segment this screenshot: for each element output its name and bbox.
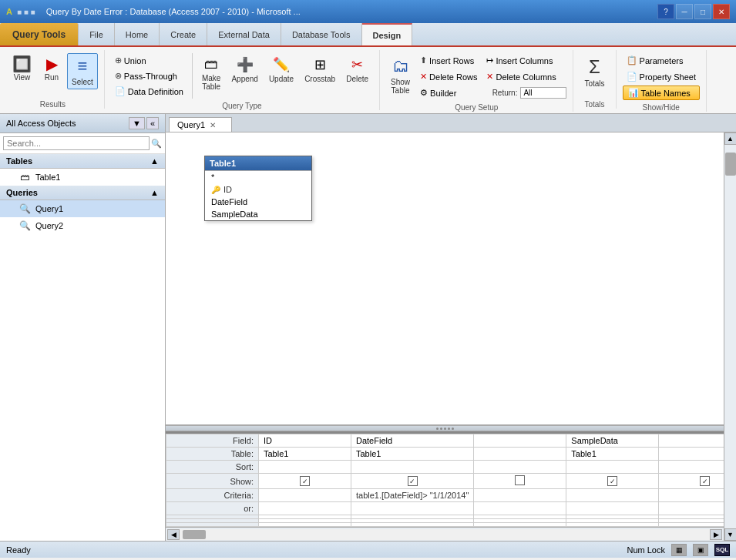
search-input[interactable]	[3, 136, 150, 150]
or-cell-1[interactable]	[259, 502, 351, 515]
show-hide-content: 📋 Parameters 📄 Property Sheet 📊 Table Na…	[623, 50, 700, 100]
insert-columns-button[interactable]: ↦ Insert Columns	[482, 53, 566, 68]
scroll-track[interactable]	[180, 529, 710, 540]
tab-home[interactable]: Home	[115, 23, 160, 45]
field-cell-id[interactable]: ID	[259, 434, 351, 448]
tab-external-data[interactable]: External Data	[207, 23, 281, 45]
show-checkbox-5[interactable]	[700, 476, 710, 486]
pass-through-button[interactable]: ⊗ Pass-Through	[111, 69, 187, 83]
criteria-cell-4[interactable]	[566, 489, 659, 502]
show-checkbox-2[interactable]	[408, 476, 418, 486]
table-names-button[interactable]: 📊 Table Names	[623, 86, 700, 100]
tables-section-header[interactable]: Tables ▲	[0, 154, 165, 169]
nav-item-query2[interactable]: 🔍 Query2	[0, 217, 165, 234]
select-button[interactable]: ≡ Select	[67, 53, 98, 89]
grid-wrapper: Field: ID DateField SampleData	[166, 434, 724, 527]
nav-chevron-button[interactable]: ▼	[129, 117, 145, 129]
nav-item-query1[interactable]: 🔍 Query1	[0, 200, 165, 217]
tab-design[interactable]: Design	[362, 23, 413, 45]
or-cell-3[interactable]	[474, 502, 566, 515]
close-button[interactable]: ✕	[713, 4, 730, 19]
append-button[interactable]: ➕ Append	[227, 53, 262, 94]
sort-cell-4[interactable]	[566, 461, 659, 474]
nav-collapse-button[interactable]: «	[146, 117, 159, 129]
or-cell-2[interactable]	[351, 502, 474, 515]
extra-3-5[interactable]	[659, 523, 724, 527]
tab-close-icon[interactable]: ✕	[210, 121, 216, 129]
sort-cell-5[interactable]	[659, 461, 724, 474]
extra-3-3[interactable]	[474, 523, 566, 527]
extra-3-4[interactable]	[566, 523, 659, 527]
data-definition-button[interactable]: 📄 Data Definition	[111, 84, 187, 99]
minimize-button[interactable]: ─	[676, 4, 693, 19]
extra-3-2[interactable]	[351, 523, 474, 527]
maximize-button[interactable]: □	[694, 4, 711, 19]
show-check-4[interactable]	[566, 474, 659, 489]
table-cell-empty1[interactable]	[474, 448, 566, 461]
builder-button[interactable]: ⚙ Builder	[416, 86, 481, 100]
field-cell-empty1[interactable]	[474, 434, 566, 448]
show-checkbox-3[interactable]	[515, 475, 525, 485]
view-button[interactable]: 🔲 View	[8, 53, 36, 85]
parameters-button[interactable]: 📋 Parameters	[623, 53, 700, 68]
sort-cell-1[interactable]	[259, 461, 351, 474]
or-cell-5[interactable]	[659, 502, 724, 515]
grid-scroll[interactable]: Field: ID DateField SampleData	[166, 434, 724, 527]
show-check-1[interactable]	[259, 474, 351, 489]
vscroll-track[interactable]	[724, 145, 736, 528]
insert-rows-button[interactable]: ⬆ Insert Rows	[416, 53, 481, 68]
crosstab-button[interactable]: ⊞ Crosstab	[300, 53, 340, 94]
scroll-left-button[interactable]: ◀	[167, 529, 180, 540]
field-sampledata: SampleData	[205, 208, 311, 220]
property-sheet-button[interactable]: 📄 Property Sheet	[623, 69, 700, 84]
query1-tab[interactable]: Query1 ✕	[169, 117, 232, 132]
table-cell-datefield[interactable]: Table1	[351, 448, 474, 461]
show-table-button[interactable]: 🗂 ShowTable	[386, 53, 415, 98]
tab-create[interactable]: Create	[160, 23, 207, 45]
or-cell-4[interactable]	[566, 502, 659, 515]
make-table-button[interactable]: 🗃 MakeTable	[197, 53, 225, 94]
field-cell-empty2[interactable]	[659, 434, 724, 448]
splitter[interactable]	[166, 425, 724, 431]
show-checkbox-1[interactable]	[300, 476, 310, 486]
status-icon-layout[interactable]: ▣	[693, 544, 708, 556]
criteria-cell-2[interactable]: table1.[DateField]> "1/1/2014"	[351, 489, 474, 502]
grid-hscroll[interactable]: ◀ ▶	[166, 527, 724, 541]
table-cell-empty2[interactable]	[659, 448, 724, 461]
return-select[interactable]: All 5 25	[520, 87, 566, 99]
criteria-cell-5[interactable]	[659, 489, 724, 502]
delete-columns-label: Delete Columns	[496, 72, 556, 82]
tab-query-tools[interactable]: Query Tools	[0, 23, 79, 45]
run-button[interactable]: ▶ Run	[38, 53, 66, 85]
show-check-2[interactable]	[351, 474, 474, 489]
sort-cell-2[interactable]	[351, 461, 474, 474]
union-button[interactable]: ⊕ Union	[111, 53, 187, 68]
table-cell-id[interactable]: Table1	[259, 448, 351, 461]
vscroll-up-button[interactable]: ▲	[724, 132, 737, 145]
help-button[interactable]: ?	[657, 4, 674, 19]
sort-cell-3[interactable]	[474, 461, 566, 474]
show-check-5[interactable]	[659, 474, 724, 489]
queries-section-header[interactable]: Queries ▲	[0, 186, 165, 200]
tab-file[interactable]: File	[79, 23, 115, 45]
tab-database-tools[interactable]: Database Tools	[281, 23, 362, 45]
table-cell-sampledata[interactable]: Table1	[566, 448, 659, 461]
field-cell-sampledata[interactable]: SampleData	[566, 434, 659, 448]
delete-button[interactable]: ✂ Delete	[341, 53, 373, 94]
vscroll-down-button[interactable]: ▼	[724, 528, 737, 541]
scroll-right-button[interactable]: ▶	[710, 529, 722, 540]
nav-item-table1[interactable]: 🗃 Table1	[0, 169, 165, 186]
criteria-cell-3[interactable]	[474, 489, 566, 502]
update-button[interactable]: ✏️ Update	[264, 53, 298, 94]
show-checkbox-4[interactable]	[607, 476, 617, 486]
status-icon-sql[interactable]: SQL	[714, 544, 730, 556]
delete-columns-button[interactable]: ✕ Delete Columns	[482, 69, 566, 84]
extra-3-1[interactable]	[259, 523, 351, 527]
criteria-cell-1[interactable]	[259, 489, 351, 502]
query-designer[interactable]: Table1 * 🔑 ID DateField	[166, 132, 724, 425]
show-check-3[interactable]	[474, 474, 566, 489]
field-cell-datefield[interactable]: DateField	[351, 434, 474, 448]
delete-rows-button[interactable]: ✕ Delete Rows	[416, 69, 481, 84]
totals-button[interactable]: Σ Totals	[580, 53, 609, 91]
status-icon-grid[interactable]: ▦	[671, 544, 687, 556]
